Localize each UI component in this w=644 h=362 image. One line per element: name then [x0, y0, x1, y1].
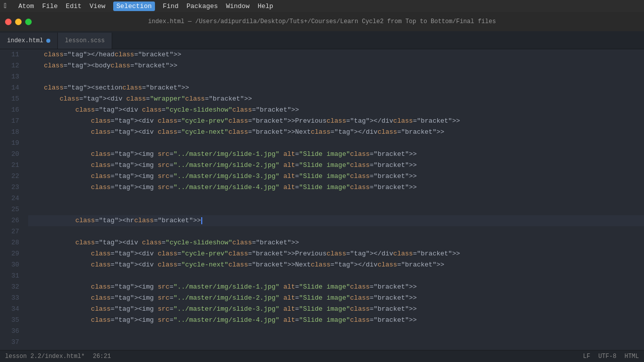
line-number: 19	[0, 138, 19, 149]
code-line: class="tag"><div class="cycle-next"class…	[28, 259, 644, 270]
minimize-button[interactable]	[15, 19, 22, 25]
menubar-packages[interactable]: Packages	[187, 3, 218, 10]
tab-label: lesson.scss	[65, 37, 105, 44]
line-number: 11	[0, 49, 19, 60]
line-numbers: 1112131415161718192021222324252627282930…	[0, 49, 24, 350]
line-number: 14	[0, 82, 19, 94]
line-number: 32	[0, 282, 19, 293]
apple-menu[interactable]: 	[4, 2, 8, 10]
tab-label: index.html	[7, 37, 43, 44]
tab-lesson-scss[interactable]: lesson.scss	[58, 33, 112, 49]
line-number: 30	[0, 259, 19, 270]
editor: 1112131415161718192021222324252627282930…	[0, 49, 644, 350]
menubar-view[interactable]: View	[90, 3, 105, 10]
code-line: class="tag"><img src="../master/img/slid…	[28, 182, 644, 193]
code-line: class="tag"><div class="cycle-next"class…	[28, 127, 644, 138]
line-number: 34	[0, 304, 19, 315]
line-number: 12	[0, 60, 19, 71]
line-number: 37	[0, 337, 19, 348]
maximize-button[interactable]	[25, 19, 32, 25]
code-line: class="tag"><hrclass="bracket">>	[28, 215, 644, 226]
traffic-lights	[5, 19, 32, 25]
code-line: class="tag"><img src="../master/img/slid…	[28, 171, 644, 182]
line-number: 17	[0, 116, 19, 127]
code-line	[28, 71, 644, 82]
statusbar: lesson 2.2/index.html* 26:21 LF UTF-8 HT…	[0, 350, 644, 362]
line-number: 22	[0, 171, 19, 182]
statusbar-lf: LF	[583, 353, 590, 360]
line-number: 25	[0, 204, 19, 215]
code-line: class="tag"></headclass="bracket">>	[28, 49, 644, 60]
line-number: 29	[0, 248, 19, 259]
code-line	[28, 204, 644, 215]
line-number: 23	[0, 182, 19, 193]
code-line: class="tag"><sectionclass="bracket">>	[28, 82, 644, 94]
menubar-file[interactable]: File	[42, 3, 58, 10]
code-line: class="tag"><div class="cycle-prev"class…	[28, 248, 644, 259]
code-line: class="tag"><img src="../master/img/slid…	[28, 304, 644, 315]
line-number: 15	[0, 94, 19, 105]
statusbar-right: LF UTF-8 HTML	[583, 353, 639, 360]
menubar-help[interactable]: Help	[258, 3, 273, 10]
line-number: 33	[0, 293, 19, 304]
code-line: class="tag"><img src="../master/img/slid…	[28, 160, 644, 171]
statusbar-encoding: UTF-8	[598, 353, 616, 360]
code-line: class="tag"><img src="../master/img/slid…	[28, 315, 644, 326]
code-line	[28, 337, 644, 348]
code-line	[28, 326, 644, 337]
code-line: class="tag"><div class="cycle-slideshow"…	[28, 237, 644, 248]
line-number: 13	[0, 71, 19, 82]
line-number: 27	[0, 226, 19, 237]
code-line	[28, 270, 644, 282]
code-line: class="tag"><img src="../master/img/slid…	[28, 293, 644, 304]
code-line: class="tag"><bodyclass="bracket">>	[28, 60, 644, 71]
statusbar-file: lesson 2.2/index.html*	[5, 353, 85, 360]
code-line: class="tag"><img src="../master/img/slid…	[28, 149, 644, 160]
code-line: class="tag"><div class="wrapper"class="b…	[28, 94, 644, 105]
menubar-edit[interactable]: Edit	[66, 3, 82, 10]
line-number: 21	[0, 160, 19, 171]
menubar:  Atom File Edit View Selection Find Pac…	[0, 0, 644, 12]
titlebar-text: index.html — /Users/adipurdila/Desktop/T…	[148, 18, 496, 25]
code-area[interactable]: class="tag"></headclass="bracket">> clas…	[24, 49, 644, 350]
code-line	[28, 193, 644, 204]
tabsbar: index.html lesson.scss	[0, 31, 644, 49]
modified-indicator	[46, 39, 50, 43]
statusbar-position: 26:21	[93, 353, 111, 360]
line-number: 31	[0, 270, 19, 282]
line-number: 16	[0, 105, 19, 116]
code-line	[28, 138, 644, 149]
line-number: 35	[0, 315, 19, 326]
statusbar-syntax: HTML	[624, 353, 639, 360]
menubar-find[interactable]: Find	[163, 3, 179, 10]
line-number: 20	[0, 149, 19, 160]
titlebar: index.html — /Users/adipurdila/Desktop/T…	[0, 12, 644, 31]
menubar-selection[interactable]: Selection	[113, 2, 154, 11]
code-line: class="tag"><div class="cycle-slideshow"…	[28, 105, 644, 116]
menubar-window[interactable]: Window	[226, 3, 250, 10]
line-number: 36	[0, 326, 19, 337]
menubar-atom[interactable]: Atom	[18, 3, 34, 10]
code-line	[28, 226, 644, 237]
code-line: class="tag"><div class="cycle-prev"class…	[28, 116, 644, 127]
text-cursor	[201, 217, 202, 224]
line-number: 28	[0, 237, 19, 248]
tab-index-html[interactable]: index.html	[0, 33, 58, 49]
close-button[interactable]	[5, 19, 12, 25]
line-number: 26	[0, 215, 19, 226]
line-number: 18	[0, 127, 19, 138]
code-line: class="tag"></sectionclass="bracket">>	[28, 348, 644, 350]
line-number: 24	[0, 193, 19, 204]
code-line: class="tag"><img src="../master/img/slid…	[28, 282, 644, 293]
